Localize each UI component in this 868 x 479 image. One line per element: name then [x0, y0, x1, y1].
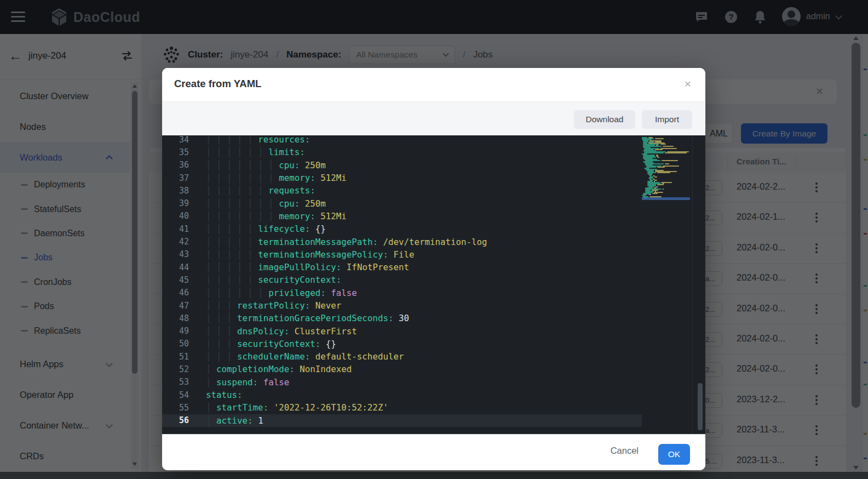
close-icon[interactable]: ×	[685, 77, 691, 90]
code-text: │ │ │ │ │ imagePullPolicy: IfNotPresent	[206, 262, 409, 272]
code-line-54[interactable]: 54status:	[162, 389, 642, 401]
modal-title-bar: Create from YAML ×	[162, 68, 705, 102]
code-line-41[interactable]: 41│ │ │ │ │ lifecycle: {}	[162, 223, 642, 235]
line-number: 49	[162, 326, 189, 336]
code-line-47[interactable]: 47│ │ │ restartPolicy: Never	[162, 299, 642, 312]
code-line-35[interactable]: 35│ │ │ │ │ │ limits:	[162, 146, 642, 158]
code-text: │ │ │ securityContext: {}	[206, 339, 336, 349]
code-text: │ │ │ │ │ │ │ memory: 512Mi	[206, 211, 347, 221]
code-text: │ │ │ │ │ │ privileged: false	[206, 288, 357, 298]
line-number: 51	[162, 352, 189, 362]
code-text: │ │ │ │ │ │ │ cpu: 250m	[206, 160, 326, 170]
line-number: 36	[162, 160, 189, 170]
line-number: 41	[162, 224, 189, 234]
code-line-43[interactable]: 43│ │ │ │ │ terminationMessagePolicy: Fi…	[162, 248, 642, 261]
code-line-45[interactable]: 45│ │ │ │ │ securityContext:	[162, 273, 642, 286]
import-button[interactable]: Import	[642, 110, 692, 129]
code-line-49[interactable]: 49│ │ │ dnsPolicy: ClusterFirst	[162, 324, 642, 337]
code-text: │ │ │ │ │ │ │ memory: 512Mi	[206, 173, 347, 183]
line-number: 45	[162, 275, 189, 285]
line-number: 43	[162, 249, 189, 259]
code-line-37[interactable]: 37│ │ │ │ │ │ │ memory: 512Mi	[162, 172, 642, 184]
line-number: 55	[162, 403, 189, 413]
modal-toolbar: Download Import	[162, 102, 705, 135]
editor-lines: 34│ │ │ │ │ resources:35│ │ │ │ │ │ limi…	[162, 135, 642, 427]
line-number: 37	[162, 173, 189, 183]
code-text: │ │ │ │ │ securityContext:	[206, 275, 341, 285]
line-number: 47	[162, 301, 189, 311]
line-number: 40	[162, 211, 189, 221]
code-text: │ startTime: '2022-12-26T10:52:22Z'	[206, 402, 388, 413]
code-text: │ │ │ │ │ │ limits:	[206, 147, 305, 157]
code-line-51[interactable]: 51│ │ │ schedulerName: default-scheduler	[162, 350, 642, 363]
code-text: status:	[206, 390, 243, 400]
line-number: 50	[162, 339, 189, 349]
code-text: │ │ │ │ │ lifecycle: {}	[206, 224, 326, 234]
line-number: 39	[162, 198, 189, 208]
line-number: 48	[162, 313, 189, 323]
code-text: │ │ │ restartPolicy: Never	[206, 300, 341, 311]
code-line-53[interactable]: 53│ suspend: false	[162, 376, 642, 389]
code-text: │ │ │ schedulerName: default-scheduler	[206, 351, 404, 362]
code-text: │ │ │ dnsPolicy: ClusterFirst	[206, 326, 357, 337]
line-number: 46	[162, 288, 189, 298]
code-text: │ │ │ │ │ │ requests:	[206, 185, 315, 196]
editor-scrollbar-thumb[interactable]	[698, 383, 703, 430]
code-line-56[interactable]: 56│ active: 1	[162, 414, 642, 427]
modal-footer: Cancel OK	[162, 434, 705, 470]
code-line-40[interactable]: 40│ │ │ │ │ │ │ memory: 512Mi	[162, 210, 642, 223]
create-from-yaml-modal: Create from YAML × Download Import 34│ │…	[162, 68, 705, 470]
line-number: 38	[162, 186, 189, 196]
code-line-46[interactable]: 46│ │ │ │ │ │ privileged: false	[162, 287, 642, 299]
line-number: 34	[162, 135, 189, 145]
download-button[interactable]: Download	[574, 110, 635, 129]
code-text: │ │ │ │ │ resources:	[206, 135, 310, 145]
cancel-button[interactable]: Cancel	[611, 446, 639, 456]
code-line-39[interactable]: 39│ │ │ │ │ │ │ cpu: 250m	[162, 197, 642, 209]
code-text: │ suspend: false	[206, 377, 289, 387]
line-number: 44	[162, 263, 189, 272]
line-number: 53	[162, 377, 189, 387]
code-text: │ │ │ terminationGracePeriodSeconds: 30	[206, 313, 409, 323]
line-number: 42	[162, 237, 189, 247]
line-number: 52	[162, 364, 189, 374]
minimap-active-line	[642, 197, 690, 200]
line-number: 35	[162, 147, 189, 157]
code-line-34[interactable]: 34│ │ │ │ │ resources:	[162, 135, 642, 146]
code-line-52[interactable]: 52│ completionMode: NonIndexed	[162, 363, 642, 375]
editor-minimap[interactable]	[642, 135, 690, 434]
yaml-editor[interactable]: 34│ │ │ │ │ resources:35│ │ │ │ │ │ limi…	[162, 135, 705, 434]
ok-button[interactable]: OK	[658, 444, 690, 465]
code-line-55[interactable]: 55│ startTime: '2022-12-26T10:52:22Z'	[162, 401, 642, 414]
code-text: │ │ │ │ │ terminationMessagePath: /dev/t…	[206, 237, 487, 247]
code-text: │ │ │ │ │ │ │ cpu: 250m	[206, 198, 326, 209]
modal-title: Create from YAML	[174, 78, 261, 90]
code-text: │ completionMode: NonIndexed	[206, 364, 352, 374]
code-line-44[interactable]: 44│ │ │ │ │ imagePullPolicy: IfNotPresen…	[162, 261, 642, 273]
line-number: 54	[162, 390, 189, 400]
code-line-48[interactable]: 48│ │ │ terminationGracePeriodSeconds: 3…	[162, 312, 642, 324]
editor-scrollbar-track	[692, 135, 693, 434]
code-line-38[interactable]: 38│ │ │ │ │ │ requests:	[162, 184, 642, 197]
code-text: │ active: 1	[206, 415, 263, 426]
code-line-42[interactable]: 42│ │ │ │ │ terminationMessagePath: /dev…	[162, 235, 642, 248]
app-root: DaoCloud ? admin ← jinye-204 Cluster Ove…	[0, 0, 868, 479]
line-number: 56	[162, 415, 189, 425]
code-line-50[interactable]: 50│ │ │ securityContext: {}	[162, 338, 642, 350]
code-text: │ │ │ │ │ terminationMessagePolicy: File	[206, 249, 415, 260]
code-line-36[interactable]: 36│ │ │ │ │ │ │ cpu: 250m	[162, 159, 642, 172]
